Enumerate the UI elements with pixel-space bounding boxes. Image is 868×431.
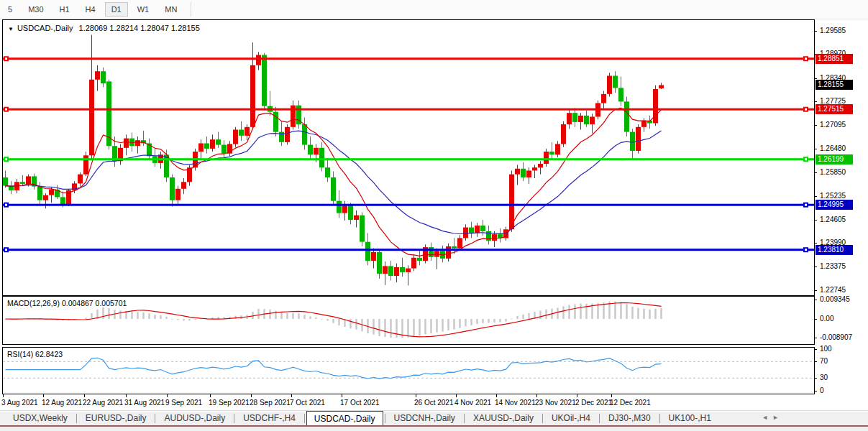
- date-label: 17 Oct 2021: [340, 399, 379, 407]
- macd-tick-0.009345: 0.009345: [820, 295, 850, 303]
- tab-separator: [659, 414, 660, 423]
- chart-tab-audusd-daily[interactable]: AUDUSD-,Daily: [157, 412, 232, 425]
- date-tick: [126, 394, 127, 397]
- timeframe-toolbar: 5M30H1H4D1W1MN: [0, 0, 868, 19]
- chart-ohlc-values: 1.28069 1.28214 1.28047 1.28155: [79, 24, 200, 32]
- date-label: 4 Nov 2021: [454, 399, 491, 407]
- date-label: 14 Nov 2021: [495, 399, 536, 407]
- macd-tick-0.009345-tick: [814, 300, 817, 300]
- date-tick: [611, 394, 612, 397]
- date-label: 23 Nov 2021: [535, 399, 576, 407]
- current-price-badge[interactable]: 1.28155: [816, 80, 853, 90]
- price-tick-1.24605: 1.24605: [820, 216, 846, 223]
- rsi-tick-30-tick: [814, 378, 817, 379]
- tab-separator: [155, 414, 155, 423]
- mt4-chart-window: 5M30H1H4D1W1MN ▼USDCAD-,Daily1.28069 1.2…: [0, 0, 868, 431]
- tab-scroll-left-icon[interactable]: ◄: [762, 414, 772, 421]
- statusbar-divider: [0, 410, 868, 411]
- rsi-tick-100-tick: [814, 349, 817, 350]
- candlestick-canvas[interactable]: [3, 20, 814, 295]
- date-label: 12 Dec 2021: [610, 399, 651, 407]
- date-tick: [536, 394, 537, 397]
- date-tick: [416, 394, 416, 397]
- tab-scroll-right-icon[interactable]: ►: [772, 414, 783, 421]
- timeframe-button-m30[interactable]: M30: [22, 2, 50, 17]
- date-tick: [577, 394, 577, 397]
- price-tick-1.22745-tick: [814, 290, 817, 291]
- timeframe-button-h4[interactable]: H4: [79, 2, 102, 17]
- chart-tab-dj30-m30[interactable]: DJ30-,M30: [601, 412, 658, 425]
- price-tick-1.25850: 1.25850: [820, 168, 846, 176]
- collapse-triangle-icon[interactable]: ▼: [8, 26, 14, 32]
- rsi-tick-0: 0: [820, 386, 824, 394]
- timeframe-button-d1[interactable]: D1: [105, 2, 128, 17]
- chart-tab-usdx-weekly[interactable]: USDX,Weekly: [6, 412, 75, 425]
- level-price-badge-1.28851[interactable]: 1.28851: [816, 54, 853, 64]
- price-tick-1.29585-tick: [814, 31, 817, 32]
- rsi-tick-100: 100: [820, 345, 832, 353]
- rsi-tick-70: 70: [820, 357, 828, 365]
- level-price-badge-1.23810[interactable]: 1.23810: [816, 245, 853, 255]
- macd-tick-0.00: 0.00: [820, 315, 833, 323]
- rsi-tick-70-tick: [814, 361, 817, 362]
- price-tick-1.25235: 1.25235: [820, 192, 846, 200]
- price-tick-1.23375-tick: [814, 267, 817, 267]
- level-price-badge-1.27515[interactable]: 1.27515: [816, 104, 853, 114]
- price-tick-1.25235-tick: [814, 196, 817, 197]
- macd-label: MACD(12,26,9) 0.004867 0.005701: [7, 299, 127, 307]
- price-tick-1.28340-tick: [814, 78, 817, 79]
- tab-separator: [234, 414, 234, 423]
- date-label: 31 Aug 2021: [124, 399, 165, 407]
- symbol-tabbar: USDX,WeeklyEURUSD-,DailyAUDUSD-,DailyUSD…: [0, 412, 868, 431]
- price-tick-1.22745: 1.22745: [820, 286, 846, 294]
- level-price-badge-1.24995[interactable]: 1.24995: [816, 200, 853, 210]
- rsi-value: 62.8423: [35, 350, 63, 358]
- price-tick-1.26480: 1.26480: [820, 144, 846, 152]
- date-tick: [342, 394, 342, 397]
- timeframe-button-w1[interactable]: W1: [131, 2, 156, 17]
- date-tick: [291, 394, 292, 397]
- timeframe-button-5[interactable]: 5: [1, 2, 19, 17]
- tab-separator: [542, 414, 543, 423]
- tab-separator: [599, 414, 600, 423]
- macd-tick-0.00-tick: [814, 319, 817, 320]
- chart-tab-ukoil-h4[interactable]: UKOil-,H4: [544, 412, 598, 425]
- chart-tab-uk100-h1[interactable]: UK100-,H1: [662, 412, 718, 425]
- price-tick-1.27725-tick: [814, 101, 817, 102]
- rsi-pane[interactable]: RSI(14) 62.8423: [2, 347, 815, 394]
- date-label: 9 Sep 2021: [165, 399, 202, 407]
- chart-tab-eurusd-daily[interactable]: EURUSD-,Daily: [78, 412, 154, 425]
- date-tick: [251, 394, 252, 397]
- date-label: 3 Aug 2021: [1, 399, 38, 407]
- timeframe-button-h1[interactable]: H1: [53, 2, 76, 17]
- rsi-tick-30: 30: [820, 374, 828, 381]
- date-label: 26 Oct 2021: [414, 399, 453, 407]
- date-tick: [167, 394, 168, 397]
- chart-symbol-label: USDCAD-,Daily: [17, 24, 73, 32]
- macd-values: 0.004867 0.005701: [62, 299, 127, 307]
- chart-tab-usdchf-h4[interactable]: USDCHF-,H4: [236, 412, 303, 425]
- date-label: 22 Aug 2021: [83, 399, 123, 407]
- date-label: 28 Sep 2021: [250, 399, 291, 407]
- chart-tab-xauusd-daily[interactable]: XAUUSD-,Daily: [466, 412, 541, 425]
- timeframe-button-mn[interactable]: MN: [158, 2, 183, 17]
- chart-tab-usdcad-daily[interactable]: USDCAD-,Daily: [306, 411, 383, 427]
- rsi-label: RSI(14) 62.8423: [7, 350, 63, 358]
- date-axis: 3 Aug 202112 Aug 202122 Aug 202131 Aug 2…: [0, 394, 813, 410]
- tab-separator: [76, 414, 77, 423]
- chart-tab-usdcnh-daily[interactable]: USDCNH-,Daily: [387, 412, 462, 425]
- date-label: 19 Sep 2021: [209, 399, 250, 407]
- level-price-badge-1.26199[interactable]: 1.26199: [816, 154, 853, 164]
- date-tick: [456, 394, 457, 397]
- date-label: 7 Oct 2021: [290, 399, 325, 407]
- date-tick: [84, 394, 85, 397]
- macd-tick--0.008907: -0.008907: [820, 333, 852, 341]
- main-chart-pane[interactable]: ▼USDCAD-,Daily1.28069 1.28214 1.28047 1.…: [2, 19, 815, 296]
- price-tick-1.24605-tick: [814, 220, 817, 221]
- tab-separator: [464, 414, 465, 423]
- date-tick: [43, 394, 44, 397]
- chart-title: ▼USDCAD-,Daily1.28069 1.28214 1.28047 1.…: [8, 24, 200, 32]
- price-tick-1.25850-tick: [814, 172, 817, 173]
- macd-pane[interactable]: MACD(12,26,9) 0.004867 0.005701: [2, 296, 815, 345]
- tab-separator: [385, 414, 385, 423]
